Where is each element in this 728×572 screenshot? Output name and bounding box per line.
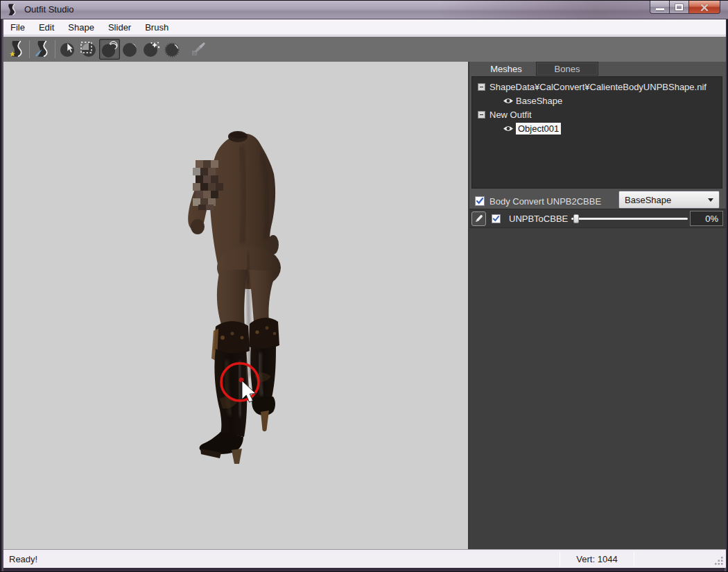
mask-brush-icon <box>80 40 98 58</box>
close-icon <box>700 3 709 12</box>
move-brush-icon <box>142 40 160 58</box>
status-message: Ready! <box>3 554 560 564</box>
mask-brush-button[interactable] <box>78 39 99 60</box>
slider-rail <box>571 218 688 220</box>
select-tool-button[interactable] <box>58 39 78 60</box>
inflate-brush-icon <box>101 40 119 58</box>
tree-item-new-outfit[interactable]: New Outfit <box>472 107 722 121</box>
visibility-eye-icon[interactable] <box>503 125 514 132</box>
statusbar: Ready! Vert: 1044 <box>3 549 726 568</box>
collapse-icon[interactable] <box>478 111 485 119</box>
window-title: Outfit Studio <box>24 4 74 15</box>
menu-edit[interactable]: Edit <box>32 21 61 34</box>
slider-handle[interactable] <box>573 214 579 223</box>
minimize-button[interactable] <box>650 1 670 14</box>
new-project-icon <box>8 40 26 58</box>
toolbar <box>3 35 726 62</box>
reference-shape-dropdown[interactable]: BaseShape <box>618 191 720 209</box>
inflate-brush-button[interactable] <box>99 39 120 60</box>
vertex-count: Vert: 1044 <box>560 554 634 564</box>
3d-viewport[interactable] <box>3 62 468 549</box>
slider-name: UNPBToCBBE <box>509 214 570 224</box>
app-icon <box>6 3 19 16</box>
chevron-down-icon <box>708 198 713 202</box>
check-icon <box>492 215 500 223</box>
slider-edit-button[interactable] <box>471 211 486 226</box>
new-project-button[interactable] <box>6 39 27 60</box>
menu-shape[interactable]: Shape <box>61 21 101 34</box>
deflate-brush-button[interactable] <box>120 39 141 60</box>
tab-bones[interactable]: Bones <box>536 62 598 76</box>
deflate-brush-icon <box>121 40 139 58</box>
menu-slider[interactable]: Slider <box>101 21 138 34</box>
right-boot <box>249 318 279 431</box>
slider-enable-checkbox[interactable] <box>492 214 501 223</box>
right-panel: Meshes Bones ShapeData¥CalConvert¥Calien… <box>469 62 726 549</box>
slider-value-box[interactable]: 0% <box>690 211 723 226</box>
body-convert-checkbox[interactable] <box>475 196 485 206</box>
smooth-brush-icon <box>163 40 181 58</box>
pencil-icon <box>474 214 483 223</box>
weight-brush-icon <box>189 40 207 58</box>
menu-brush[interactable]: Brush <box>138 21 175 34</box>
menu-file[interactable]: File <box>3 21 32 34</box>
close-button[interactable] <box>689 1 720 14</box>
menubar: File Edit Shape Slider Brush <box>3 19 726 35</box>
move-brush-button[interactable] <box>141 39 162 60</box>
load-project-icon <box>33 40 51 58</box>
maximize-button[interactable] <box>670 1 689 14</box>
titlebar[interactable]: Outfit Studio <box>1 1 728 19</box>
resize-grip[interactable] <box>715 557 724 566</box>
check-icon <box>476 197 484 205</box>
body-convert-label: Body Convert UNPB2CBBE <box>489 196 601 207</box>
select-tool-icon <box>59 40 77 58</box>
tree-item-baseshape[interactable]: BaseShape <box>472 94 722 107</box>
slider-row-unpbtocbbe: UNPBToCBBE 0% <box>469 209 726 228</box>
tree-item-project-file[interactable]: ShapeData¥CalConvert¥CalienteBodyUNPBSha… <box>472 80 722 94</box>
maximize-icon <box>675 4 683 10</box>
content-area: Meshes Bones ShapeData¥CalConvert¥Calien… <box>3 62 726 549</box>
statusbar-right-section <box>634 550 726 568</box>
outfit-studio-window: Outfit Studio File Edit Shape Slider Bru… <box>0 0 728 572</box>
toolbar-separator <box>29 40 30 58</box>
slider-track[interactable] <box>571 214 688 223</box>
selected-shape: Object001 <box>516 123 561 135</box>
collapse-icon[interactable] <box>478 83 485 91</box>
panel-tabs: Meshes Bones <box>469 62 726 76</box>
minimize-icon <box>656 8 664 10</box>
meshes-tree: ShapeData¥CalConvert¥CalienteBodyUNPBSha… <box>471 76 722 189</box>
weight-brush-button[interactable] <box>188 39 209 60</box>
model-figure <box>3 62 468 549</box>
visibility-eye-icon[interactable] <box>503 97 514 105</box>
toolbar-separator <box>55 40 55 58</box>
load-project-button[interactable] <box>32 39 53 60</box>
tree-item-object001[interactable]: Object001 <box>472 121 722 135</box>
smooth-brush-button[interactable] <box>162 39 182 60</box>
tab-meshes[interactable]: Meshes <box>476 62 536 76</box>
